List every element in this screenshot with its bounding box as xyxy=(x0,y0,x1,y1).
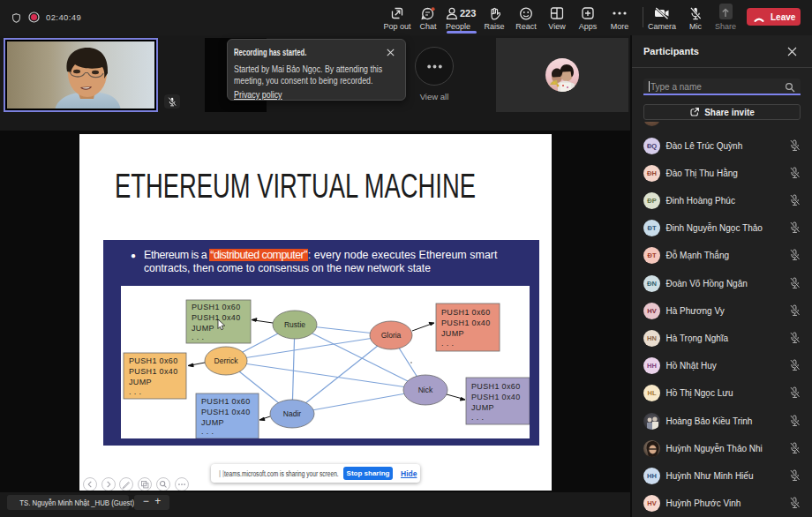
svg-text:Nick: Nick xyxy=(418,386,433,394)
svg-text:JUMP: JUMP xyxy=(192,324,214,333)
svg-text:Derrick: Derrick xyxy=(214,356,239,365)
svg-text:. . .: . . . xyxy=(471,413,484,422)
svg-text:JUMP: JUMP xyxy=(441,329,464,338)
svg-text:PUSH1 0x40: PUSH1 0x40 xyxy=(192,313,241,322)
svg-text:. . .: . . . xyxy=(192,333,204,341)
svg-text:. . .: . . . xyxy=(441,339,454,348)
svg-text:JUMP: JUMP xyxy=(201,418,224,427)
svg-text:PUSH1 0x40: PUSH1 0x40 xyxy=(129,367,178,376)
svg-text:. . .: . . . xyxy=(129,387,141,396)
svg-text:JUMP: JUMP xyxy=(129,378,152,386)
svg-text:PUSH1 0x60: PUSH1 0x60 xyxy=(471,382,521,391)
svg-text:PUSH1 0x60: PUSH1 0x60 xyxy=(441,308,491,317)
svg-text:PUSH1 0x40: PUSH1 0x40 xyxy=(201,408,251,416)
svg-text:PUSH1 0x60: PUSH1 0x60 xyxy=(129,356,178,365)
svg-text:Nadir: Nadir xyxy=(283,409,301,418)
svg-text:PUSH1 0x40: PUSH1 0x40 xyxy=(441,318,491,327)
svg-text:JUMP: JUMP xyxy=(471,403,494,412)
svg-text:. . .: . . . xyxy=(201,427,214,436)
svg-text:PUSH1 0x60: PUSH1 0x60 xyxy=(201,397,251,406)
svg-text:PUSH1 0x40: PUSH1 0x40 xyxy=(471,393,521,401)
svg-text:Rustie: Rustie xyxy=(284,320,305,329)
svg-text:PUSH1 0x60: PUSH1 0x60 xyxy=(192,303,241,311)
svg-text:Gloria: Gloria xyxy=(381,331,402,340)
